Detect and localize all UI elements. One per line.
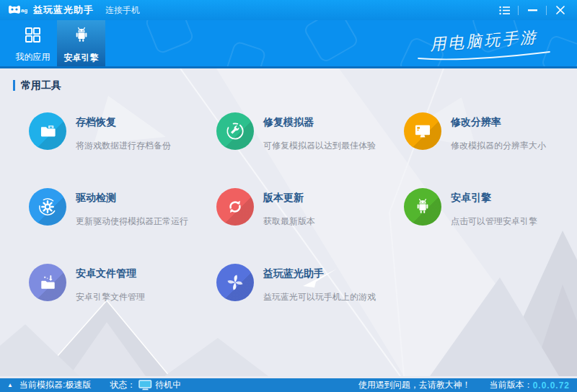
tab-bar: 我的应用 [9,20,105,68]
window-controls [490,0,574,20]
tool-desc: 安卓引擎文件管理 [76,291,145,303]
tool-title: 版本更新 [263,192,315,205]
tool-driver-check[interactable]: 驱动检测 更新驱动使得模拟器正常运行 [29,188,208,228]
tool-text: 驱动检测 更新驱动使得模拟器正常运行 [76,188,188,228]
tool-title: 修复模拟器 [263,116,376,129]
tool-title: 修改分辨率 [451,116,546,129]
tool-change-resolution[interactable]: 修改分辨率 修改模拟器的分辨率大小 [404,112,577,152]
tool-archive-restore[interactable]: 存档恢复 将游戏数据进行存档备份 [29,112,208,152]
header-bar: 我的应用 [0,20,577,68]
tools-grid: 存档恢复 将游戏数据进行存档备份 修复模拟器 可修复模拟器以达到最佳体验 [0,112,577,303]
help-link[interactable]: 使用遇到问题，去请教大神！ [358,379,471,391]
version-label: 当前版本： [490,379,533,391]
folder-download-icon [29,264,66,301]
refresh-icon [216,188,254,226]
deco-shape [302,20,359,64]
folder-icon [29,112,66,150]
tool-repair-emulator[interactable]: 修复模拟器 可修复模拟器以达到最佳体验 [216,112,395,152]
tool-text: 修改分辨率 修改模拟器的分辨率大小 [451,112,546,152]
version-value: 0.0.0.72 [533,380,570,391]
deco-shape [225,40,267,68]
section-title: 常用工具 [13,80,577,91]
tool-text: 安卓引擎 点击可以管理安卓引擎 [451,188,537,228]
pinwheel-icon [216,264,254,301]
tab-my-apps[interactable]: 我的应用 [9,20,57,68]
minimize-icon[interactable] [519,0,546,20]
menu-icon[interactable] [490,0,518,20]
tool-desc: 更新驱动使得模拟器正常运行 [76,215,188,228]
tool-title: 存档恢复 [76,116,171,129]
slogan: 用电脑玩手游 [415,30,552,61]
tool-desc: 点击可以管理安卓引擎 [451,215,537,228]
main-content: 常用工具 存档恢复 将游戏数据进行存档备份 [0,68,577,376]
tool-android-engine[interactable]: 安卓引擎 点击可以管理安卓引擎 [404,188,577,228]
app-logo-icon: ag [7,3,29,17]
tool-desc: 益玩蓝光可以玩手机上的游戏 [263,291,376,303]
tool-text: 存档恢复 将游戏数据进行存档备份 [76,112,171,152]
tool-desc: 获取最新版本 [263,215,315,228]
tool-desc: 可修复模拟器以达到最佳体验 [263,140,376,152]
close-icon[interactable] [547,0,574,20]
statusbar-right: 使用遇到问题，去请教大神！ 当前版本： 0.0.0.72 [358,379,570,391]
tool-android-file-manager[interactable]: 安卓文件管理 安卓引擎文件管理 [29,264,208,303]
tool-desc: 修改模拟器的分辨率大小 [451,140,546,152]
monitor-status-icon [138,380,152,391]
tool-title: 安卓文件管理 [76,267,145,280]
app-title: 益玩蓝光助手 [33,4,94,17]
collapse-triangle-icon[interactable]: ▲ [7,378,13,392]
android-icon [404,188,441,226]
tool-title: 驱动检测 [76,192,188,205]
status-bar: ▲ 当前模拟器:极速版 状态： 待机中 使用遇到问题，去请教大神！ 当前版本： … [0,378,577,392]
title-bar: ag 益玩蓝光助手 连接手机 [0,0,577,20]
svg-text:ag: ag [21,7,27,14]
tool-version-update[interactable]: 版本更新 获取最新版本 [216,188,395,228]
tool-text: 版本更新 获取最新版本 [263,188,315,228]
tool-text: 安卓文件管理 安卓引擎文件管理 [76,264,145,303]
monitor-icon [404,112,441,150]
tool-yiwan-assistant[interactable]: 益玩蓝光助手 益玩蓝光可以玩手机上的游戏 [216,264,395,303]
deco-shape [144,20,195,55]
status-label: 状态： [110,379,136,391]
gear-icon [29,188,66,226]
tool-desc: 将游戏数据进行存档备份 [76,140,171,152]
tool-title: 益玩蓝光助手 [263,267,376,280]
status-value: 待机中 [155,379,181,391]
grid-icon [23,25,43,48]
tab-label: 安卓引擎 [64,52,99,64]
tool-title: 安卓引擎 [451,192,537,205]
connect-phone-button[interactable]: 连接手机 [105,4,140,17]
app-window: ag 益玩蓝光助手 连接手机 [0,0,577,392]
wrench-icon [216,112,254,150]
current-emulator-label: 当前模拟器:极速版 [19,379,91,391]
tool-text: 修复模拟器 可修复模拟器以达到最佳体验 [263,112,376,152]
tab-label: 我的应用 [16,51,50,63]
tool-text: 益玩蓝光助手 益玩蓝光可以玩手机上的游戏 [263,264,376,303]
tab-android-engine[interactable]: 安卓引擎 [57,20,105,68]
android-icon [71,25,92,48]
